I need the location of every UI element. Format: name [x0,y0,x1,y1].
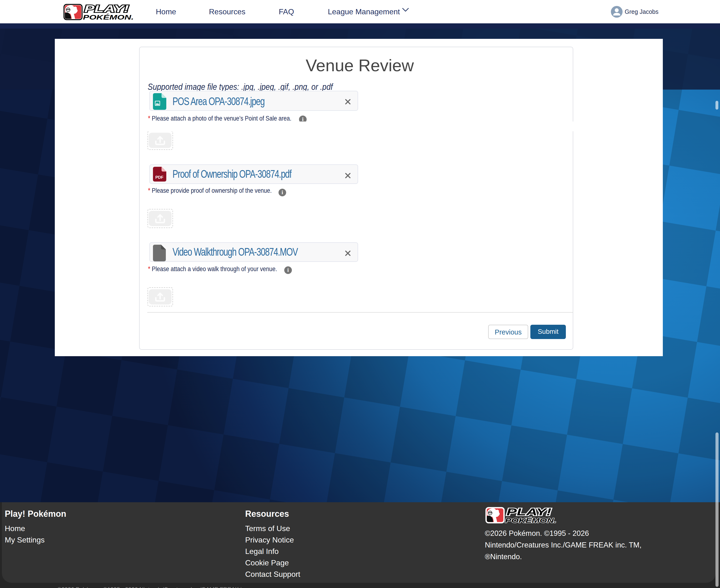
svg-text:PDF: PDF [155,175,164,180]
